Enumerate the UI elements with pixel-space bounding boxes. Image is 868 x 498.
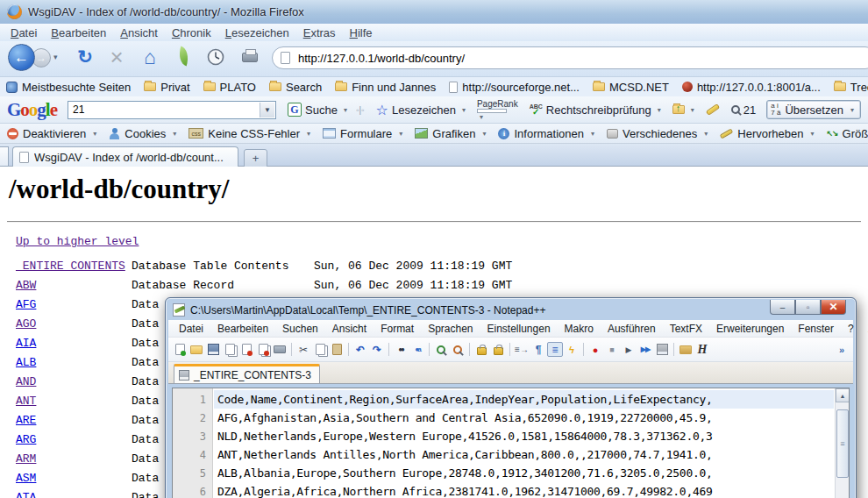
zoom-out-icon[interactable] xyxy=(450,342,466,357)
webdev-grafiken[interactable]: Grafiken xyxy=(415,127,486,140)
webdev-deaktivieren[interactable]: Deaktivieren xyxy=(7,127,96,140)
stop-macro-icon[interactable]: ■ xyxy=(604,342,620,357)
entry-link[interactable]: AFG xyxy=(16,298,36,311)
bookmark-folder-mcsd[interactable]: MCSD.NET xyxy=(593,81,669,94)
tab-wsgidav[interactable]: WsgiDAV - Index of /world-db/count... xyxy=(12,146,238,167)
send-to-button[interactable] xyxy=(672,105,694,114)
entry-link[interactable]: AIA xyxy=(16,337,36,350)
bookmark-sourceforge[interactable]: http://sourceforge.net... xyxy=(449,81,580,94)
google-search-button[interactable]: GSuche xyxy=(288,103,347,117)
toolbar-overflow-icon[interactable]: » xyxy=(834,342,850,357)
doc-switcher-icon[interactable] xyxy=(678,342,694,357)
bookmark-localhost-8001[interactable]: http://127.0.0.1:8001/a... xyxy=(682,81,821,94)
bookmark-folder-plato[interactable]: PLATO xyxy=(203,81,256,94)
scroll-up-icon[interactable]: ▲ xyxy=(836,388,850,402)
webdev-hervorheben[interactable]: Hervorheben xyxy=(720,127,814,140)
menu-chronik[interactable]: Chronik xyxy=(165,25,218,40)
translate-button[interactable]: a i7 äÜbersetzen xyxy=(766,100,861,119)
notepadpp-titlebar[interactable]: C:\Users\Martin\AppData\Local\Temp\_ENTI… xyxy=(168,300,853,320)
copy-icon[interactable] xyxy=(312,342,328,357)
npp-menu-fenster[interactable]: Fenster xyxy=(791,322,841,336)
npp-menu-ansicht[interactable]: Ansicht xyxy=(325,322,374,336)
run-macro-multiple-icon[interactable]: ▶▶ xyxy=(637,342,653,357)
url-bar[interactable]: http://127.0.0.1/world-db/country/ xyxy=(272,46,868,69)
entry-link[interactable]: ARG xyxy=(16,433,36,446)
npp-menu-ausfuehren[interactable]: Ausführen xyxy=(601,322,663,336)
textfx-H-icon[interactable]: H xyxy=(694,342,710,357)
editor-area[interactable]: 1Code,Name,Continent,Region,SurfaceArea,… xyxy=(172,388,850,498)
zoom-indicator[interactable]: 21 xyxy=(731,103,756,117)
bookmark-folder-tree-samples[interactable]: Tree Samples xyxy=(834,81,868,94)
bookmark-folder-finn-und-jannes[interactable]: Finn und Jannes xyxy=(335,81,436,94)
npp-menu-format[interactable]: Format xyxy=(374,322,421,336)
print-button[interactable] xyxy=(242,53,258,62)
highlighter-button[interactable] xyxy=(706,107,720,112)
save-icon[interactable] xyxy=(205,342,221,357)
sync-horizontal-icon[interactable] xyxy=(490,342,506,357)
save-all-icon[interactable] xyxy=(222,342,238,357)
zoom-in-icon[interactable] xyxy=(433,342,449,357)
close-button[interactable]: ✕ xyxy=(821,300,846,315)
cut-icon[interactable]: ✂ xyxy=(295,342,311,357)
entry-link[interactable]: _ENTIRE_CONTENTS xyxy=(16,260,125,273)
new-tab-button[interactable]: + xyxy=(244,149,267,167)
npp-menu-makro[interactable]: Makro xyxy=(558,322,601,336)
entry-link[interactable]: ARE xyxy=(16,414,36,427)
close-all-docs-icon[interactable] xyxy=(255,342,271,357)
back-button[interactable]: ← xyxy=(8,44,35,71)
editor-scrollbar[interactable]: ▲ ≡ xyxy=(835,388,849,498)
pagerank-widget[interactable]: PageRank xyxy=(477,99,518,121)
bookmark-most-visited[interactable]: Meistbesuchte Seiten xyxy=(6,81,131,94)
menu-lesezeichen[interactable]: Lesezeichen xyxy=(218,25,296,40)
menu-bearbeiten[interactable]: Bearbeiten xyxy=(44,25,113,40)
menu-extras[interactable]: Extras xyxy=(296,25,343,40)
entry-link[interactable]: ARM xyxy=(16,452,36,466)
sync-vertical-icon[interactable] xyxy=(473,342,489,357)
record-macro-icon[interactable]: ● xyxy=(587,342,603,357)
entry-link[interactable]: ATA xyxy=(16,491,36,498)
webdev-css[interactable]: cssKeine CSS-Fehler xyxy=(189,127,310,140)
show-all-characters-icon[interactable]: ≡ xyxy=(547,342,563,357)
play-macro-icon[interactable]: ▶ xyxy=(621,342,637,357)
open-folder-icon[interactable] xyxy=(189,342,204,357)
up-to-higher-level-link[interactable]: Up to higher level xyxy=(16,235,139,248)
npp-menu-sprachen[interactable]: Sprachen xyxy=(421,322,480,336)
npp-menu-bearbeiten[interactable]: Bearbeiten xyxy=(210,322,275,336)
paste-icon[interactable] xyxy=(329,342,345,357)
function-completion-icon[interactable]: ϟ xyxy=(564,342,580,357)
webdev-groesse[interactable]: ↖↘Größe xyxy=(826,127,868,140)
npp-menu-textfx[interactable]: TextFX xyxy=(663,322,709,336)
google-bookmarks-button[interactable]: ☆Lesezeichen xyxy=(376,102,466,118)
url-text[interactable]: http://127.0.0.1/world-db/country/ xyxy=(298,52,465,65)
restore-button[interactable]: ▫ xyxy=(795,300,821,315)
webdev-informationen[interactable]: iInformationen xyxy=(498,127,594,140)
entry-link[interactable]: ANT xyxy=(16,395,36,408)
menu-ansicht[interactable]: Ansicht xyxy=(113,25,165,40)
find-icon[interactable]: ●● xyxy=(393,342,409,357)
npp-menu-help[interactable]: ? xyxy=(841,322,861,336)
entry-link[interactable]: AND xyxy=(16,375,36,388)
google-search-input[interactable]: 21▼ xyxy=(68,101,276,119)
entry-link[interactable]: AGO xyxy=(16,317,36,331)
print-icon[interactable] xyxy=(272,342,288,357)
spellcheck-button[interactable]: ABC✓Rechtschreibprüfung xyxy=(530,103,661,117)
entry-link[interactable]: ALB xyxy=(16,356,36,369)
bookmark-folder-privat[interactable]: Privat xyxy=(144,81,189,94)
npp-menu-erweiterungen[interactable]: Erweiterungen xyxy=(709,322,791,336)
webdev-formulare[interactable]: Formulare xyxy=(323,127,402,140)
npp-tab-entire-contents[interactable]: _ENTIRE_CONTENTS-3 xyxy=(174,364,320,383)
npp-menu-datei[interactable]: Datei xyxy=(172,322,210,336)
close-doc-icon[interactable] xyxy=(238,342,254,357)
reload-button[interactable]: ↻ xyxy=(74,46,96,68)
minimize-button[interactable]: – xyxy=(770,300,795,315)
save-macro-icon[interactable] xyxy=(654,342,670,357)
webdev-verschiedenes[interactable]: Verschiedenes xyxy=(607,127,708,140)
show-paragraph-icon[interactable]: ¶ xyxy=(530,342,546,357)
entry-link[interactable]: ASM xyxy=(16,472,36,485)
npp-menu-einstellungen[interactable]: Einstellungen xyxy=(480,322,558,336)
menu-hilfe[interactable]: Hilfe xyxy=(343,25,380,40)
entry-link[interactable]: ABW xyxy=(16,279,36,292)
history-clock-icon[interactable] xyxy=(207,48,224,66)
replace-icon[interactable]: ●a xyxy=(409,342,425,357)
npp-menu-suchen[interactable]: Suchen xyxy=(275,322,325,336)
